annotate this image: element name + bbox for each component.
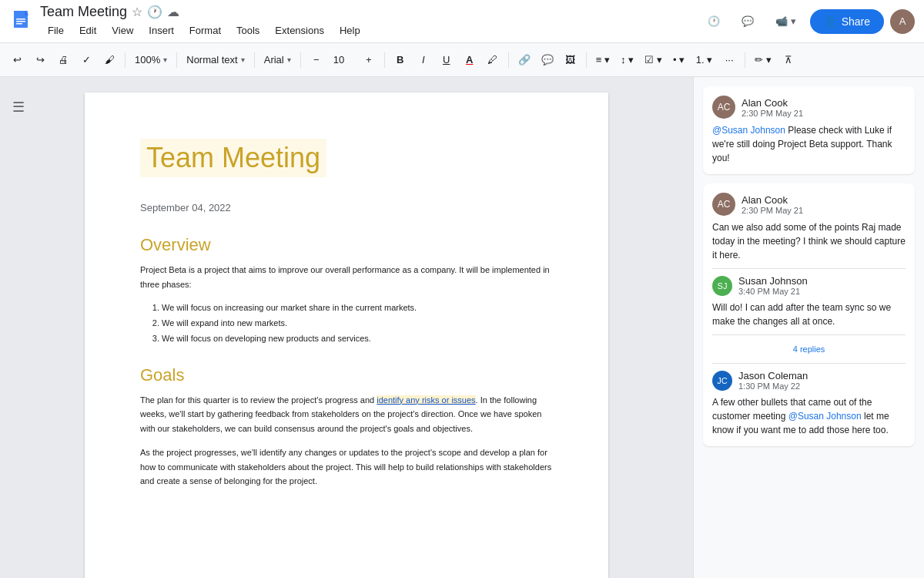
reply-header-1: SJ Susan Johnson 3:40 PM May 21 bbox=[712, 275, 906, 296]
comment-divider-1 bbox=[712, 268, 906, 269]
comment-text-2: Can we also add some of the points Raj m… bbox=[712, 220, 906, 262]
overview-list: We will focus on increasing our market s… bbox=[162, 301, 553, 346]
svg-rect-2 bbox=[16, 18, 25, 20]
reply-count[interactable]: 4 replies bbox=[712, 341, 906, 357]
separator-6 bbox=[508, 52, 509, 68]
editing-mode-button[interactable]: ✏ ▾ bbox=[750, 49, 776, 71]
separator-1 bbox=[125, 52, 126, 68]
menu-insert[interactable]: Insert bbox=[141, 22, 182, 39]
main-area: ☰ Team Meeting September 04, 2022 Overvi… bbox=[0, 77, 924, 578]
separator-5 bbox=[384, 52, 385, 68]
document-page[interactable]: Team Meeting September 04, 2022 Overview… bbox=[85, 92, 608, 578]
numbered-list-button[interactable]: 1. ▾ bbox=[691, 49, 717, 71]
font-chevron: ▾ bbox=[287, 55, 291, 64]
title-area: Team Meeting ☆ 🕐 ☁ File Edit View Insert… bbox=[40, 4, 700, 39]
font-dropdown[interactable]: Arial ▾ bbox=[259, 49, 296, 71]
goals-paragraph-2: As the project progresses, we'll identif… bbox=[140, 445, 553, 489]
link-button[interactable]: 🔗 bbox=[514, 49, 535, 71]
comment-header-1: AC Alan Cook 2:30 PM May 21 bbox=[712, 96, 906, 119]
share-button[interactable]: 👤 Share bbox=[810, 9, 884, 34]
overview-heading: Overview bbox=[140, 235, 553, 255]
more-options-button[interactable]: ··· bbox=[718, 49, 740, 71]
redo-button[interactable]: ↪ bbox=[29, 49, 51, 71]
document-date: September 04, 2022 bbox=[140, 202, 553, 213]
font-size-increase-button[interactable]: + bbox=[358, 49, 380, 71]
doc-title-row: Team Meeting ☆ 🕐 ☁ bbox=[40, 4, 700, 20]
reply-author-info-1: Susan Johnson 3:40 PM May 21 bbox=[738, 275, 808, 296]
style-dropdown[interactable]: Normal text ▾ bbox=[182, 49, 249, 71]
comment-author-1: Alan Cook bbox=[742, 97, 803, 109]
comment-author-info-2: Alan Cook 2:30 PM May 21 bbox=[742, 194, 803, 215]
cloud-icon[interactable]: ☁ bbox=[167, 5, 179, 19]
reply-time-2: 1:30 PM May 22 bbox=[738, 381, 808, 391]
share-icon: 👤 bbox=[824, 15, 837, 28]
separator-3 bbox=[254, 52, 255, 68]
reply-author-2: Jason Coleman bbox=[738, 370, 808, 381]
toolbar: ↩ ↪ 🖨 ✓ 🖌 100% ▾ Normal text ▾ Arial ▾ −… bbox=[0, 43, 924, 77]
comment-header-2: AC Alan Cook 2:30 PM May 21 bbox=[712, 193, 906, 216]
comment-button[interactable]: 💬 bbox=[537, 49, 558, 71]
font-size-dropdown[interactable]: 10 bbox=[329, 49, 357, 71]
italic-button[interactable]: I bbox=[413, 49, 434, 71]
line-spacing-button[interactable]: ↕ ▾ bbox=[616, 49, 638, 71]
menu-help[interactable]: Help bbox=[332, 22, 368, 39]
checklist-button[interactable]: ☑ ▾ bbox=[640, 49, 667, 71]
undo-button[interactable]: ↩ bbox=[6, 49, 28, 71]
spell-check-button[interactable]: ✓ bbox=[75, 49, 97, 71]
user-avatar[interactable]: A bbox=[890, 9, 915, 34]
paint-format-button[interactable]: 🖌 bbox=[99, 49, 120, 71]
separator-8 bbox=[745, 52, 745, 68]
comment-divider-2 bbox=[712, 334, 906, 335]
style-chevron: ▾ bbox=[241, 55, 245, 64]
svg-rect-3 bbox=[16, 21, 25, 22]
comments-button[interactable]: 💬 bbox=[734, 11, 762, 32]
document-title: Team Meeting bbox=[140, 139, 326, 177]
bullet-list-button[interactable]: • ▾ bbox=[668, 49, 690, 71]
goals-heading: Goals bbox=[140, 365, 553, 385]
goals-text-before: The plan for this quarter is to review t… bbox=[140, 395, 377, 405]
jason-mention[interactable]: @Susan Johnson bbox=[788, 411, 862, 422]
share-label: Share bbox=[842, 15, 870, 28]
highlight-color-button[interactable]: 🖊 bbox=[482, 49, 504, 71]
header-right: 🕐 💬 📹 ▾ 👤 Share A bbox=[700, 9, 915, 34]
goals-paragraph-1: The plan for this quarter is to review t… bbox=[140, 393, 553, 436]
menu-view[interactable]: View bbox=[104, 22, 141, 39]
meet-button[interactable]: 📹 ▾ bbox=[768, 11, 804, 32]
reply-avatar-2: JC bbox=[712, 371, 732, 391]
font-size-decrease-button[interactable]: − bbox=[306, 49, 327, 71]
comment-card-1: AC Alan Cook 2:30 PM May 21 @Susan Johns… bbox=[703, 86, 915, 174]
goals-highlight[interactable]: identify any risks or issues bbox=[377, 395, 475, 405]
separator-7 bbox=[586, 52, 587, 68]
menu-edit[interactable]: Edit bbox=[72, 22, 104, 39]
font-size-value: 10 bbox=[333, 54, 344, 66]
doc-title[interactable]: Team Meeting bbox=[40, 4, 127, 20]
star-icon[interactable]: ☆ bbox=[132, 5, 142, 19]
clock-icon[interactable]: 🕐 bbox=[147, 5, 162, 19]
print-button[interactable]: 🖨 bbox=[52, 49, 74, 71]
history-button[interactable]: 🕐 bbox=[700, 11, 728, 32]
underline-button[interactable]: U bbox=[436, 49, 457, 71]
menu-file[interactable]: File bbox=[40, 22, 72, 39]
reply-avatar-1: SJ bbox=[712, 276, 732, 296]
outline-toggle[interactable]: ☰ bbox=[6, 92, 31, 122]
reply-text-1: Will do! I can add after the team sync s… bbox=[712, 301, 906, 328]
list-item: We will focus on increasing our market s… bbox=[162, 301, 553, 316]
comment-card-2: AC Alan Cook 2:30 PM May 21 Can we also … bbox=[703, 183, 915, 446]
comment-mention-1[interactable]: @Susan Johnson bbox=[712, 125, 785, 136]
menu-tools[interactable]: Tools bbox=[229, 22, 267, 39]
expand-button[interactable]: ⊼ bbox=[778, 49, 799, 71]
zoom-dropdown[interactable]: 100% ▾ bbox=[130, 49, 172, 71]
align-button[interactable]: ≡ ▾ bbox=[591, 49, 614, 71]
document-area[interactable]: ☰ Team Meeting September 04, 2022 Overvi… bbox=[0, 77, 693, 578]
comment-text-1: @Susan Johnson Please check with Luke if… bbox=[712, 123, 906, 165]
menu-format[interactable]: Format bbox=[182, 22, 229, 39]
menu-bar: File Edit View Insert Format Tools Exten… bbox=[40, 22, 700, 39]
text-color-button[interactable]: A bbox=[459, 49, 480, 71]
reply-time-1: 3:40 PM May 21 bbox=[738, 287, 808, 296]
title-bar: Team Meeting ☆ 🕐 ☁ File Edit View Insert… bbox=[0, 0, 924, 43]
bold-button[interactable]: B bbox=[390, 49, 411, 71]
menu-extensions[interactable]: Extensions bbox=[267, 22, 332, 39]
comment-author-info-1: Alan Cook 2:30 PM May 21 bbox=[742, 97, 803, 118]
separator-2 bbox=[176, 52, 177, 68]
image-button[interactable]: 🖼 bbox=[560, 49, 581, 71]
